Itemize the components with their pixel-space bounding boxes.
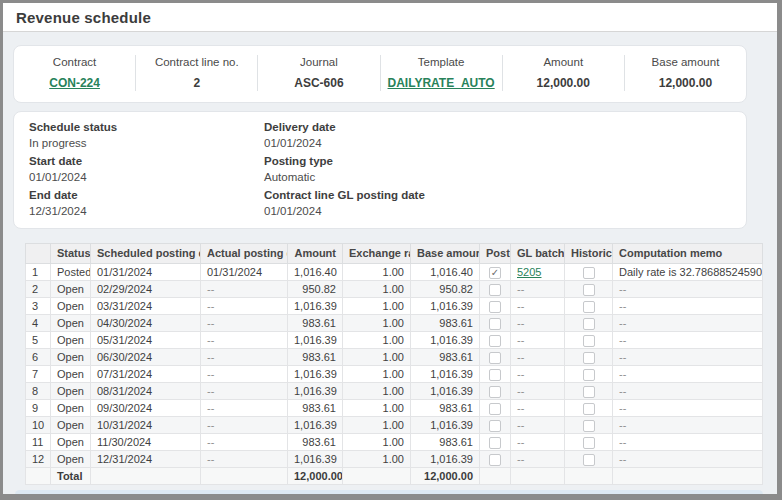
cell-status: Open [51, 298, 91, 315]
cell-computation-memo: -- [613, 383, 763, 400]
cell-scheduled-posting-date: 10/31/2024 [91, 417, 201, 434]
cell-gl-batch: -- [511, 417, 565, 434]
cell-computation-memo: -- [613, 434, 763, 451]
historical-checkbox[interactable] [583, 454, 595, 466]
schedule-table: StatusScheduled posting dateActual posti… [25, 243, 763, 485]
cell-exchange-rate: 1.00 [343, 383, 411, 400]
cell-exchange-rate: 1.00 [343, 264, 411, 281]
column-header-row-number [26, 244, 51, 264]
cell-base-amount: 983.61 [411, 400, 480, 417]
posted-checkbox[interactable] [489, 403, 501, 415]
historical-checkbox[interactable] [583, 386, 595, 398]
posted-checkbox[interactable]: ✓ [489, 267, 501, 279]
cell-exchange-rate: 1.00 [343, 315, 411, 332]
summary-field-journal: Journal ASC-606 [258, 55, 380, 91]
cell-gl-batch: -- [511, 332, 565, 349]
column-header-actual-posting-date: Actual posting date [201, 244, 288, 264]
cell-posted [480, 366, 511, 383]
cell-exchange-rate: 1.00 [343, 400, 411, 417]
cell-gl-batch: -- [511, 400, 565, 417]
cell-historical [565, 281, 613, 298]
historical-checkbox[interactable] [583, 335, 595, 347]
cell-exchange-rate: 1.00 [343, 434, 411, 451]
cell-base-amount: 1,016.39 [411, 451, 480, 468]
cell-actual-posting-date: -- [201, 400, 288, 417]
cell-scheduled-posting-date: 11/30/2024 [91, 434, 201, 451]
cell-row-number: 11 [26, 434, 51, 451]
summary-field-contract-line-no: Contract line no. 2 [136, 55, 258, 91]
summary-value: 12,000.00 [629, 76, 742, 90]
table-row: 3Open03/31/2024--1,016.391.001,016.39---… [26, 298, 763, 315]
summary-label: Contract [18, 56, 131, 68]
cell-row-number: 2 [26, 281, 51, 298]
cell-status: Open [51, 417, 91, 434]
posted-checkbox[interactable] [489, 386, 501, 398]
historical-checkbox[interactable] [583, 267, 595, 279]
cell-scheduled-posting-date: 02/29/2024 [91, 281, 201, 298]
cell-computation-memo: -- [613, 332, 763, 349]
column-header-gl-batch: GL batch [511, 244, 565, 264]
cell-posted [480, 434, 511, 451]
posted-checkbox[interactable] [489, 420, 501, 432]
cell-historical [565, 349, 613, 366]
horizontal-scrollbar[interactable] [15, 490, 763, 499]
cell-computation-memo: Daily rate is 32.78688524590163. [613, 264, 763, 281]
total-label: Total [51, 468, 91, 485]
posted-checkbox[interactable] [489, 369, 501, 381]
cell-status: Open [51, 281, 91, 298]
cell-posted: ✓ [480, 264, 511, 281]
summary-field-amount: Amount 12,000.00 [503, 55, 625, 91]
historical-checkbox[interactable] [583, 403, 595, 415]
cell-status: Open [51, 315, 91, 332]
posted-checkbox[interactable] [489, 284, 501, 296]
app-window: Revenue schedule Contract CON-224 Contra… [0, 0, 782, 500]
cell-exchange-rate: 1.00 [343, 451, 411, 468]
posted-checkbox[interactable] [489, 454, 501, 466]
historical-checkbox[interactable] [583, 420, 595, 432]
cell-gl-batch: -- [511, 349, 565, 366]
cell-amount: 1,016.39 [288, 417, 343, 434]
field-value: 01/01/2024 [29, 171, 264, 184]
cell-row-number: 6 [26, 349, 51, 366]
cell-posted [480, 298, 511, 315]
posted-checkbox[interactable] [489, 318, 501, 330]
historical-checkbox[interactable] [583, 437, 595, 449]
cell-historical [565, 366, 613, 383]
posted-checkbox[interactable] [489, 437, 501, 449]
historical-checkbox[interactable] [583, 284, 595, 296]
cell-historical [565, 298, 613, 315]
field-schedule-status: Schedule status In progress [29, 121, 264, 150]
cell-exchange-rate: 1.00 [343, 417, 411, 434]
schedule-details: Schedule status In progress Delivery dat… [13, 111, 747, 229]
summary-label: Base amount [629, 56, 742, 68]
cell-actual-posting-date: -- [201, 298, 288, 315]
cell-gl-batch: -- [511, 298, 565, 315]
cell-posted [480, 451, 511, 468]
cell-actual-posting-date: -- [201, 349, 288, 366]
gl-batch-link[interactable]: 5205 [517, 266, 541, 278]
posted-checkbox[interactable] [489, 352, 501, 364]
field-value: In progress [29, 137, 264, 150]
table-row: 10Open10/31/2024--1,016.391.001,016.39--… [26, 417, 763, 434]
schedule-table-container: StatusScheduled posting dateActual posti… [25, 243, 747, 485]
contract-link[interactable]: CON-224 [18, 76, 131, 90]
cell-scheduled-posting-date: 12/31/2024 [91, 451, 201, 468]
historical-checkbox[interactable] [583, 369, 595, 381]
cell-posted [480, 315, 511, 332]
cell-scheduled-posting-date: 07/31/2024 [91, 366, 201, 383]
table-row: 4Open04/30/2024--983.611.00983.61---- [26, 315, 763, 332]
summary-value: 12,000.00 [507, 76, 620, 90]
historical-checkbox[interactable] [583, 318, 595, 330]
field-value: 01/01/2024 [264, 205, 731, 218]
cell-actual-posting-date [201, 468, 288, 485]
summary-strip: Contract CON-224 Contract line no. 2 Jou… [13, 45, 747, 103]
historical-checkbox[interactable] [583, 352, 595, 364]
cell-gl-batch: -- [511, 281, 565, 298]
historical-checkbox[interactable] [583, 301, 595, 313]
cell-base-amount: 983.61 [411, 315, 480, 332]
cell-scheduled-posting-date [91, 468, 201, 485]
table-row: 5Open05/31/2024--1,016.391.001,016.39---… [26, 332, 763, 349]
template-link[interactable]: DAILYRATE_AUTO [385, 76, 498, 90]
posted-checkbox[interactable] [489, 335, 501, 347]
posted-checkbox[interactable] [489, 301, 501, 313]
